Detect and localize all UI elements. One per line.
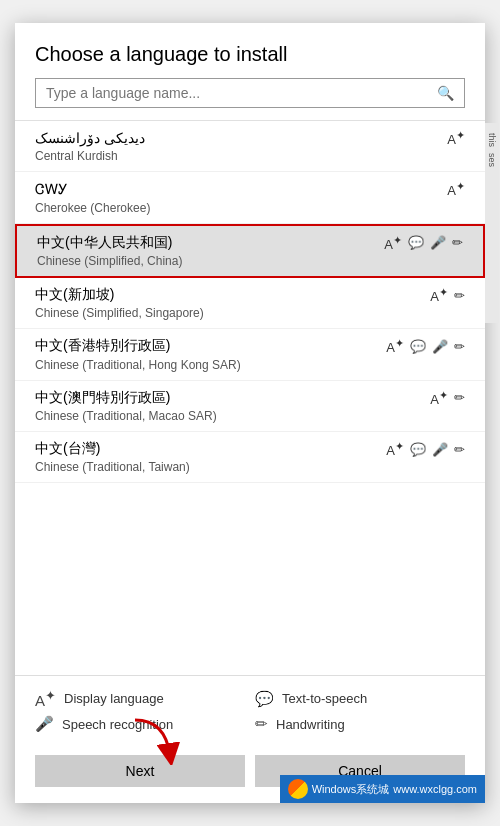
lang-icon-group: A✦ 💬 🎤 ✏: [386, 440, 465, 458]
display-language-icon: A✦: [430, 389, 448, 407]
lang-english-name: Chinese (Traditional, Hong Kong SAR): [35, 358, 465, 372]
list-item[interactable]: 中文(台灣) A✦ 💬 🎤 ✏ Chinese (Traditional, Ta…: [15, 432, 485, 483]
text-to-speech-icon: 💬: [410, 442, 426, 457]
handwriting-icon: ✏: [454, 288, 465, 303]
lang-english-name: Cherokee (Cherokee): [35, 201, 465, 215]
handwriting-icon: ✏: [454, 339, 465, 354]
legend-text-to-speech: 💬 Text-to-speech: [255, 688, 465, 709]
legend-display-language: A✦ Display language: [35, 688, 245, 709]
display-language-icon: A✦: [384, 234, 402, 252]
lang-native-name: 中文(香港特別行政區): [35, 337, 170, 355]
list-item[interactable]: 中文(香港特別行政區) A✦ 💬 🎤 ✏ Chinese (Traditiona…: [15, 329, 485, 380]
display-language-icon: A✦: [386, 337, 404, 355]
display-language-label: Display language: [64, 691, 164, 706]
text-to-speech-legend-icon: 💬: [255, 690, 274, 708]
side-btn-1[interactable]: this: [487, 133, 497, 147]
lang-icon-group: A✦: [447, 129, 465, 147]
handwriting-legend-icon: ✏: [255, 715, 268, 733]
legend-section: A✦ Display language 💬 Text-to-speech 🎤 S…: [15, 675, 485, 745]
lang-english-name: Chinese (Simplified, Singapore): [35, 306, 465, 320]
language-install-dialog: Choose a language to install 🔍 دیدیکی دۆ…: [15, 23, 485, 803]
list-item[interactable]: 中文(澳門特別行政區) A✦ ✏ Chinese (Traditional, M…: [15, 381, 485, 432]
dialog-title: Choose a language to install: [15, 23, 485, 78]
right-side-strip: this ses: [485, 123, 499, 323]
lang-english-name: Chinese (Simplified, China): [37, 254, 463, 268]
display-language-icon: A✦: [447, 180, 465, 198]
watermark-logo: [288, 779, 308, 799]
list-item[interactable]: ᏣᎳᎩ A✦ Cherokee (Cherokee): [15, 172, 485, 223]
speech-recognition-icon: 🎤: [430, 235, 446, 250]
display-language-icon: A✦: [447, 129, 465, 147]
lang-icon-group: A✦ 💬 🎤 ✏: [384, 234, 463, 252]
search-input[interactable]: [46, 85, 437, 101]
display-language-legend-icon: A✦: [35, 688, 56, 709]
lang-native-name: 中文(中华人民共和国): [37, 234, 172, 252]
watermark-text: Windows系统城: [312, 782, 390, 797]
search-bar: 🔍: [35, 78, 465, 108]
speech-recognition-icon: 🎤: [432, 442, 448, 457]
lang-native-name: 中文(澳門特別行政區): [35, 389, 170, 407]
language-list: دیدیکی دۆراشنسک A✦ Central Kurdish ᏣᎳᎩ A…: [15, 120, 485, 675]
lang-native-name: دیدیکی دۆراشنسک: [35, 130, 145, 146]
speech-recognition-icon: 🎤: [432, 339, 448, 354]
text-to-speech-label: Text-to-speech: [282, 691, 367, 706]
search-icon: 🔍: [437, 85, 454, 101]
display-language-icon: A✦: [386, 440, 404, 458]
lang-icon-group: A✦ 💬 🎤 ✏: [386, 337, 465, 355]
display-language-icon: A✦: [430, 286, 448, 304]
text-to-speech-icon: 💬: [408, 235, 424, 250]
handwriting-label: Handwriting: [276, 717, 345, 732]
lang-native-name: 中文(新加坡): [35, 286, 114, 304]
legend-handwriting: ✏ Handwriting: [255, 715, 465, 733]
lang-english-name: Central Kurdish: [35, 149, 465, 163]
lang-icon-group: A✦: [447, 180, 465, 198]
lang-icon-group: A✦ ✏: [430, 389, 465, 407]
watermark: Windows系统城 www.wxclgg.com: [280, 775, 485, 803]
speech-recognition-legend-icon: 🎤: [35, 715, 54, 733]
text-to-speech-icon: 💬: [410, 339, 426, 354]
lang-native-name: ᏣᎳᎩ: [35, 181, 68, 198]
side-btn-2[interactable]: ses: [487, 153, 497, 167]
handwriting-icon: ✏: [454, 390, 465, 405]
list-item-selected[interactable]: 中文(中华人民共和国) A✦ 💬 🎤 ✏ Chinese (Simplified…: [15, 224, 485, 278]
list-item[interactable]: 中文(新加坡) A✦ ✏ Chinese (Simplified, Singap…: [15, 278, 485, 329]
lang-english-name: Chinese (Traditional, Taiwan): [35, 460, 465, 474]
lang-icon-group: A✦ ✏: [430, 286, 465, 304]
legend-speech-recognition: 🎤 Speech recognition: [35, 715, 245, 733]
lang-english-name: Chinese (Traditional, Macao SAR): [35, 409, 465, 423]
handwriting-icon: ✏: [452, 235, 463, 250]
watermark-url: www.wxclgg.com: [393, 783, 477, 795]
lang-native-name: 中文(台灣): [35, 440, 100, 458]
handwriting-icon: ✏: [454, 442, 465, 457]
speech-recognition-label: Speech recognition: [62, 717, 173, 732]
next-button[interactable]: Next: [35, 755, 245, 787]
list-item[interactable]: دیدیکی دۆراشنسک A✦ Central Kurdish: [15, 121, 485, 172]
